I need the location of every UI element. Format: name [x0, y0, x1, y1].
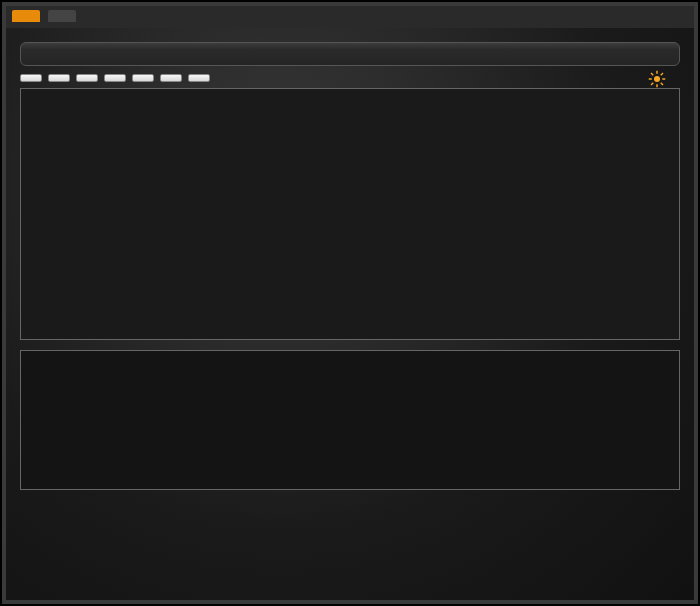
concurrent-line-chart [20, 350, 680, 490]
node-button[interactable] [76, 74, 98, 82]
gantt-chart [20, 88, 680, 340]
tab-bar [6, 6, 694, 28]
svg-line-6 [661, 83, 663, 85]
task-button[interactable] [48, 74, 70, 82]
logo [648, 70, 670, 88]
svg-line-7 [651, 83, 653, 85]
tab-arrow-chart[interactable] [12, 10, 40, 22]
failed-button[interactable] [160, 74, 182, 82]
job-header-panel [20, 42, 680, 66]
finishtime-button[interactable] [132, 74, 154, 82]
killed-button[interactable] [188, 74, 210, 82]
starttime-button[interactable] [104, 74, 126, 82]
svg-line-8 [661, 73, 663, 75]
svg-line-5 [651, 73, 653, 75]
button-row [20, 74, 680, 82]
back-button[interactable] [20, 74, 42, 82]
tab-bubble-chart[interactable] [48, 10, 76, 22]
svg-point-0 [654, 76, 660, 82]
sun-icon [648, 70, 666, 88]
